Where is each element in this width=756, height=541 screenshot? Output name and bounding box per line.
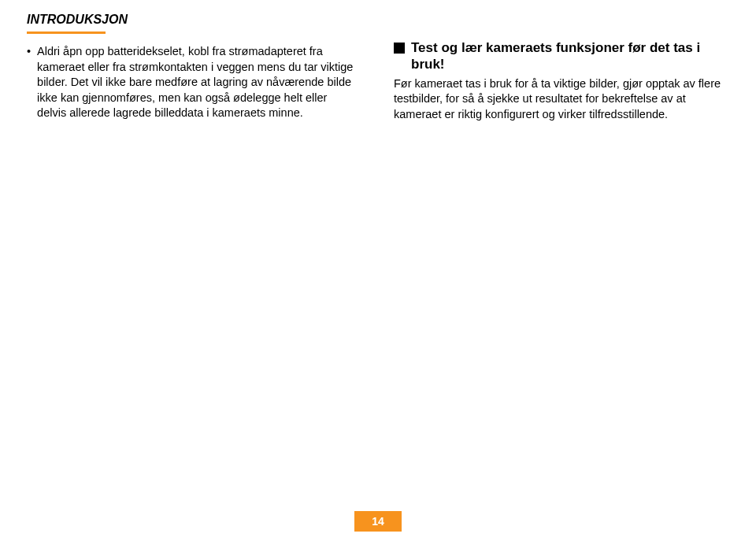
bullet-item: • Aldri åpn opp batteridekselet, kobl fr…: [27, 44, 358, 121]
section-heading: Test og lær kameraets funksjoner før det…: [411, 39, 724, 73]
footer: 14: [354, 511, 402, 532]
bullet-text: Aldri åpn opp batteridekselet, kobl fra …: [37, 44, 358, 121]
square-icon: [394, 43, 405, 54]
section-body: Før kameraet tas i bruk for å ta viktige…: [394, 76, 724, 123]
section-heading-row: Test og lær kameraets funksjoner før det…: [394, 39, 724, 73]
right-column: Test og lær kameraets funksjoner før det…: [394, 39, 724, 122]
bullet-marker: •: [27, 44, 31, 121]
page-title: INTRODUKSJON: [27, 13, 128, 27]
page-number: 14: [372, 515, 384, 528]
left-column: • Aldri åpn opp batteridekselet, kobl fr…: [27, 44, 358, 121]
title-underline: [27, 31, 106, 34]
page-number-band: 14: [354, 511, 402, 532]
